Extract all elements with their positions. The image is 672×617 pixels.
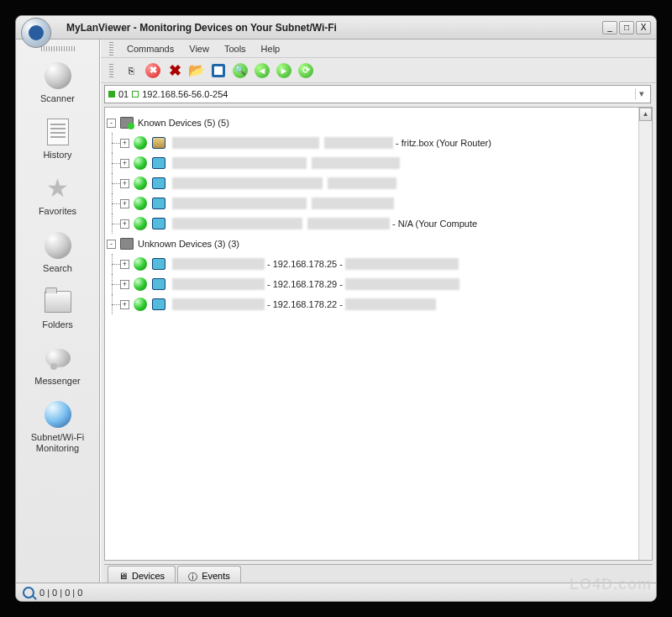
blurred-ip <box>312 198 394 209</box>
menu-commands[interactable]: Commands <box>120 41 181 56</box>
sidebar-label: Search <box>19 263 96 274</box>
computer-icon <box>152 298 165 310</box>
device-row[interactable]: + <box>107 153 650 173</box>
zoom-button[interactable]: 🔍 <box>231 61 249 80</box>
sidebar-item-folders[interactable]: Folders <box>19 282 96 339</box>
export-button[interactable]: ⎘ <box>122 61 140 80</box>
vertical-scrollbar[interactable]: ▲ <box>638 108 652 560</box>
sidebar-item-scanner[interactable]: Scanner <box>19 56 96 113</box>
forward-icon: ► <box>276 63 291 78</box>
collapse-icon[interactable]: - <box>107 240 116 249</box>
sidebar-label: Messenger <box>19 376 96 387</box>
blurred-ip <box>312 157 400 169</box>
expand-icon[interactable]: + <box>120 219 129 229</box>
address-dropdown-button[interactable]: ▾ <box>635 88 647 100</box>
device-row[interactable]: + - N/A (Your Compute <box>107 214 650 234</box>
device-row[interactable]: + - 192.168.178.29 - <box>107 274 650 294</box>
expand-icon[interactable]: + <box>120 260 129 269</box>
blurred-hostname <box>172 218 302 229</box>
blurred-hostname <box>172 278 265 290</box>
blurred-ip <box>307 218 390 229</box>
sidebar-item-favorites[interactable]: ★ Favorites <box>19 169 96 225</box>
expand-icon[interactable]: + <box>120 199 129 208</box>
refresh-button[interactable]: ⟳ <box>297 61 315 80</box>
menu-view[interactable]: View <box>182 41 216 56</box>
menu-tools[interactable]: Tools <box>218 41 253 56</box>
expand-icon[interactable]: + <box>120 179 129 188</box>
device-row[interactable]: + - fritz.box (Your Router) <box>107 133 650 153</box>
sidebar-label: Subnet/Wi-Fi Monitoring <box>19 432 96 454</box>
computer-icon <box>152 157 165 169</box>
close-button[interactable]: X <box>636 21 651 34</box>
device-ip: - 192.168.178.25 - <box>267 259 343 269</box>
device-row[interactable]: + - 192.168.178.22 - <box>107 294 650 314</box>
delete-icon: ✖ <box>169 61 181 80</box>
blurred-hostname <box>172 137 319 149</box>
router-icon <box>152 137 165 149</box>
globe-icon <box>43 61 73 90</box>
status-bar: 0 | 0 | 0 | 0 <box>16 583 656 601</box>
tree-connector <box>107 274 120 294</box>
menu-help[interactable]: Help <box>255 41 287 56</box>
blurred-detail <box>345 278 459 290</box>
expand-icon[interactable]: + <box>120 300 129 309</box>
devices-tab-icon: 🖥 <box>118 571 129 581</box>
menu-bar: Commands View Tools Help <box>101 40 656 58</box>
tree-connector <box>107 173 120 193</box>
maximize-button[interactable]: □ <box>619 21 634 34</box>
open-folder-icon: 📂 <box>188 62 205 78</box>
category-known-devices[interactable]: - Known Devices (5) (5) <box>107 113 650 133</box>
sidebar-label: Favorites <box>19 206 96 217</box>
magnifier-icon <box>23 587 34 599</box>
expand-icon[interactable]: + <box>120 159 129 168</box>
save-button[interactable] <box>209 61 228 80</box>
title-bar[interactable]: MyLanViewer - Monitoring Devices on Your… <box>16 16 656 40</box>
expand-icon[interactable]: + <box>120 280 129 289</box>
category-unknown-devices[interactable]: - Unknown Devices (3) (3) <box>107 234 650 254</box>
tree-connector <box>107 214 120 234</box>
computer-icon <box>152 258 165 270</box>
back-button[interactable]: ◄ <box>253 61 271 80</box>
status-square-icon <box>108 91 115 98</box>
online-status-icon <box>134 156 147 170</box>
blurred-hostname <box>172 198 307 209</box>
computer-icon <box>152 198 165 209</box>
stop-button[interactable]: ✖ <box>144 61 162 80</box>
delete-button[interactable]: ✖ <box>165 61 184 80</box>
blue-globe-icon <box>43 400 73 429</box>
blurred-hostname <box>172 157 307 169</box>
sidebar-label: History <box>19 150 96 161</box>
known-category-icon <box>120 117 134 129</box>
blurred-ip <box>328 177 396 189</box>
minimize-button[interactable]: _ <box>602 21 617 34</box>
device-row[interactable]: + <box>107 193 650 214</box>
expand-icon[interactable]: + <box>120 139 129 148</box>
main-panel: Commands View Tools Help ⎘ ✖ ✖ 📂 🔍 ◄ ► ⟳… <box>100 40 656 583</box>
scroll-up-button[interactable]: ▲ <box>639 108 652 121</box>
back-icon: ◄ <box>255 63 270 78</box>
address-bar[interactable]: 01 192.168.56-56.0-254 ▾ <box>104 85 651 103</box>
tab-events[interactable]: ⓘ Events <box>177 566 241 583</box>
tab-label: Devices <box>132 571 165 581</box>
category-label: Unknown Devices (3) (3) <box>138 239 239 249</box>
online-status-icon <box>134 177 147 190</box>
sidebar-item-messenger[interactable]: Messenger <box>19 339 96 395</box>
online-status-icon <box>134 257 147 271</box>
collapse-icon[interactable]: - <box>107 119 116 128</box>
address-range: 192.168.56-56.0-254 <box>142 89 228 99</box>
tree-connector <box>107 193 120 214</box>
tree-connector <box>107 133 120 153</box>
device-row[interactable]: + - 192.168.178.25 - <box>107 254 650 274</box>
sidebar-item-history[interactable]: History <box>19 113 96 169</box>
sidebar-item-search[interactable]: Search <box>19 226 96 282</box>
online-status-icon <box>134 277 147 291</box>
forward-button[interactable]: ► <box>275 61 293 80</box>
device-row[interactable]: + <box>107 173 650 193</box>
tab-devices[interactable]: 🖥 Devices <box>108 566 176 583</box>
device-tree-panel[interactable]: ▲ - Known Devices (5) (5) + - fritz.box … <box>104 107 653 561</box>
toolbar-grip-icon <box>109 64 113 77</box>
star-icon: ★ <box>43 174 73 203</box>
open-folder-button[interactable]: 📂 <box>187 61 206 80</box>
unknown-category-icon <box>120 238 134 250</box>
sidebar-item-monitoring[interactable]: Subnet/Wi-Fi Monitoring <box>19 395 96 462</box>
